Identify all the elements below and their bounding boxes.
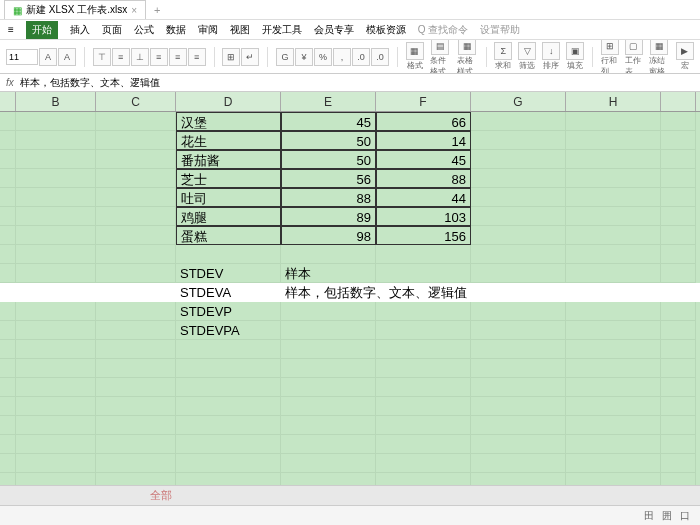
cell[interactable] [0,321,16,340]
percent-button[interactable]: % [314,48,332,66]
cell[interactable] [16,207,96,226]
cell[interactable] [661,226,696,245]
cell[interactable] [96,150,176,169]
cell[interactable]: STDEV [176,264,281,283]
cell[interactable] [16,416,96,435]
macro-button[interactable]: ▶ [676,42,694,60]
cell[interactable] [176,397,281,416]
cell[interactable] [661,245,696,264]
cell[interactable] [661,150,696,169]
cell[interactable] [176,435,281,454]
cell[interactable] [0,302,16,321]
cell[interactable] [16,340,96,359]
fill-button[interactable]: ▣ [566,42,584,60]
cell[interactable] [96,416,176,435]
cell[interactable] [471,397,566,416]
view-page-icon[interactable]: 口 [680,509,690,523]
cell[interactable] [96,283,176,302]
cell[interactable]: 花生 [176,131,281,150]
cell[interactable] [281,359,376,378]
cell[interactable] [376,302,471,321]
menu-help[interactable]: 设置帮助 [480,23,520,37]
align-right-button[interactable]: ≡ [188,48,206,66]
cell[interactable] [661,302,696,321]
view-normal-icon[interactable]: 田 [644,509,654,523]
cell[interactable]: 88 [281,188,376,207]
cell[interactable] [471,302,566,321]
filter-button[interactable]: ▽ [518,42,536,60]
cell[interactable] [566,131,661,150]
cell[interactable] [281,397,376,416]
cell[interactable] [16,283,96,302]
cell[interactable] [16,245,96,264]
cell[interactable] [16,321,96,340]
align-left-button[interactable]: ≡ [150,48,168,66]
cell[interactable]: 吐司 [176,188,281,207]
cell[interactable] [16,397,96,416]
font-increase-button[interactable]: A [39,48,57,66]
col-header-d[interactable]: D [176,92,281,111]
cell[interactable] [471,169,566,188]
align-top-button[interactable]: ⊤ [93,48,111,66]
cell[interactable] [281,454,376,473]
cell[interactable] [96,435,176,454]
worksheet-button[interactable]: ▢ [625,40,643,55]
cell[interactable] [281,302,376,321]
cell[interactable] [566,435,661,454]
cell[interactable] [471,112,566,131]
cell[interactable] [0,340,16,359]
formula-text[interactable]: 样本，包括数字、文本、逻辑值 [20,76,160,90]
cell[interactable]: 芝士 [176,169,281,188]
cell[interactable] [566,188,661,207]
cell[interactable] [0,226,16,245]
cell[interactable] [176,340,281,359]
cell[interactable] [0,283,16,302]
cell[interactable] [0,359,16,378]
fx-icon[interactable]: fx [6,77,14,88]
cell[interactable]: STDEVP [176,302,281,321]
cell[interactable] [471,150,566,169]
cell[interactable] [0,397,16,416]
cell[interactable]: 样本 [281,264,376,283]
align-bottom-button[interactable]: ⊥ [131,48,149,66]
menu-dev[interactable]: 开发工具 [262,23,302,37]
sort-button[interactable]: ↓ [542,42,560,60]
cell[interactable] [176,378,281,397]
cell[interactable] [96,188,176,207]
cell[interactable]: 14 [376,131,471,150]
menu-view[interactable]: 视图 [230,23,250,37]
cell[interactable] [376,435,471,454]
cell[interactable] [0,245,16,264]
cell[interactable] [661,454,696,473]
cell[interactable] [96,302,176,321]
cell[interactable] [0,416,16,435]
close-icon[interactable]: × [131,5,137,16]
currency-button[interactable]: ¥ [295,48,313,66]
cell[interactable] [661,378,696,397]
align-middle-button[interactable]: ≡ [112,48,130,66]
cell[interactable]: STDEVA [176,283,281,302]
cell[interactable]: 番茄酱 [176,150,281,169]
cell[interactable] [376,340,471,359]
col-header-i[interactable] [661,92,696,111]
cell[interactable] [661,207,696,226]
cell[interactable] [471,378,566,397]
cell[interactable] [0,264,16,283]
menu-member[interactable]: 会员专享 [314,23,354,37]
cell[interactable] [566,169,661,188]
cell[interactable] [0,169,16,188]
cell[interactable] [376,454,471,473]
merge-button[interactable]: ⊞ [222,48,240,66]
cell[interactable] [566,397,661,416]
cell[interactable] [281,378,376,397]
cell[interactable] [0,378,16,397]
menu-file[interactable]: ≡ [8,24,14,35]
add-tab-button[interactable]: + [146,2,168,18]
menu-search[interactable]: Q 查找命令 [418,23,469,37]
cell[interactable] [96,226,176,245]
cell[interactable] [96,454,176,473]
cell[interactable] [376,359,471,378]
cell[interactable] [661,340,696,359]
cell[interactable]: STDEVPA [176,321,281,340]
cell[interactable] [471,340,566,359]
